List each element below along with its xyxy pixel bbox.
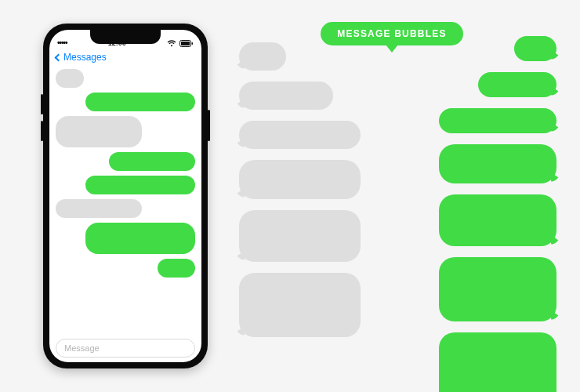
sample-bubble-green (439, 108, 556, 133)
sample-bubble-grey (239, 121, 361, 149)
message-input[interactable]: Message (56, 339, 195, 358)
sample-bubble-green (439, 332, 556, 392)
sample-bubble-green (478, 72, 556, 97)
sample-bubble-grey (239, 42, 286, 71)
wifi-icon (167, 40, 176, 47)
sample-bubble-grey (239, 160, 361, 199)
chat-thread (49, 66, 201, 336)
grey-bubble-samples (239, 42, 361, 337)
sample-bubble-grey (239, 82, 333, 110)
message-in (56, 69, 195, 88)
back-label: Messages (63, 52, 107, 63)
sample-bubble-green (439, 194, 556, 246)
svg-rect-2 (191, 42, 193, 45)
nav-bar[interactable]: Messages (49, 49, 201, 66)
svg-rect-1 (181, 42, 190, 45)
input-placeholder: Message (64, 343, 100, 353)
message-out (56, 152, 195, 171)
sample-bubble-green (514, 36, 556, 61)
notch (90, 30, 161, 44)
sample-bubble-grey (239, 210, 361, 262)
canvas: ••••• 12:00 Messages (0, 0, 580, 392)
message-in (56, 116, 195, 147)
green-bubble-samples (439, 36, 556, 392)
phone-screen: ••••• 12:00 Messages (49, 30, 201, 362)
message-out (56, 93, 195, 111)
message-out (56, 223, 195, 254)
sample-bubble-grey (239, 273, 361, 337)
message-in (56, 199, 195, 218)
message-out (56, 259, 195, 278)
title-text: MESSAGE BUBBLES (337, 28, 446, 39)
chevron-left-icon (55, 53, 63, 61)
sample-bubble-green (439, 144, 556, 183)
battery-icon (179, 40, 194, 47)
side-button (208, 110, 210, 141)
compose-bar: Message (49, 336, 201, 362)
phone-frame: ••••• 12:00 Messages (43, 24, 208, 368)
sample-bubble-green (439, 257, 556, 321)
message-out (56, 176, 195, 194)
cellular-signal-icon: ••••• (57, 38, 67, 47)
